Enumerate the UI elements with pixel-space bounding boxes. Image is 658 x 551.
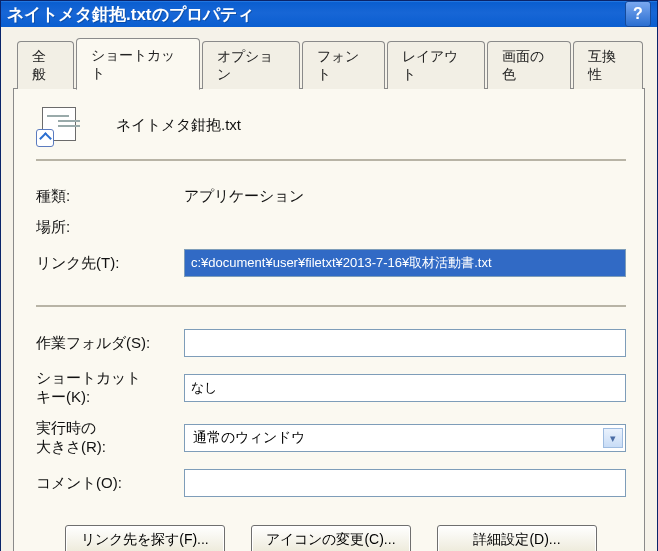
advanced-button[interactable]: 詳細設定(D)... — [437, 525, 597, 551]
titlebar: ネイトメタ鉗抱.txtのプロパティ ? — [1, 1, 657, 27]
change-icon-button[interactable]: アイコンの変更(C)... — [251, 525, 411, 551]
run-select-value: 通常のウィンドウ — [193, 429, 305, 447]
find-target-button[interactable]: リンク先を探す(F)... — [65, 525, 225, 551]
tab-font[interactable]: フォント — [302, 41, 386, 89]
chevron-down-icon: ▾ — [603, 428, 623, 448]
properties-window: ネイトメタ鉗抱.txtのプロパティ ? 全般 ショートカット オプション フォン… — [0, 0, 658, 551]
button-row: リンク先を探す(F)... アイコンの変更(C)... 詳細設定(D)... — [36, 513, 626, 551]
label-type: 種類: — [36, 187, 184, 206]
target-input[interactable]: c:¥document¥user¥filetxt¥2013-7-16¥取材活動書… — [184, 249, 626, 277]
shortcut-panel: ネイトメタ鉗抱.txt 種類: アプリケーション 場所: リンク先(T): c:… — [13, 88, 645, 551]
label-comment: コメント(O): — [36, 474, 184, 493]
label-location: 場所: — [36, 218, 184, 237]
shortcut-key-input[interactable]: なし — [184, 374, 626, 402]
tab-options[interactable]: オプション — [202, 41, 299, 89]
help-button[interactable]: ? — [625, 1, 651, 27]
tab-strip: 全般 ショートカット オプション フォント レイアウト 画面の色 互換性 — [13, 37, 645, 89]
client-area: 全般 ショートカット オプション フォント レイアウト 画面の色 互換性 ネイト… — [1, 27, 657, 551]
tab-colors[interactable]: 画面の色 — [487, 41, 571, 89]
work-folder-input[interactable] — [184, 329, 626, 357]
tab-layout[interactable]: レイアウト — [387, 41, 484, 89]
window-title: ネイトメタ鉗抱.txtのプロパティ — [7, 3, 625, 26]
label-work-folder: 作業フォルダ(S): — [36, 334, 184, 353]
value-type: アプリケーション — [184, 187, 304, 206]
label-shortcut-key: ショートカット キー(K): — [36, 369, 184, 407]
tab-compat[interactable]: 互換性 — [573, 41, 643, 89]
file-header: ネイトメタ鉗抱.txt — [36, 105, 626, 161]
run-select[interactable]: 通常のウィンドウ ▾ — [184, 424, 626, 452]
tab-shortcut[interactable]: ショートカット — [76, 38, 200, 90]
file-name: ネイトメタ鉗抱.txt — [116, 116, 241, 135]
help-icon: ? — [633, 5, 643, 23]
fields-block: 作業フォルダ(S): ショートカット キー(K): なし 実行時の 大きさ(R)… — [36, 307, 626, 513]
comment-input[interactable] — [184, 469, 626, 497]
type-location-block: 種類: アプリケーション 場所: リンク先(T): c:¥document¥us… — [36, 161, 626, 307]
label-run: 実行時の 大きさ(R): — [36, 419, 184, 457]
tab-general[interactable]: 全般 — [17, 41, 74, 89]
shortcut-file-icon — [36, 105, 80, 145]
label-target: リンク先(T): — [36, 254, 184, 273]
